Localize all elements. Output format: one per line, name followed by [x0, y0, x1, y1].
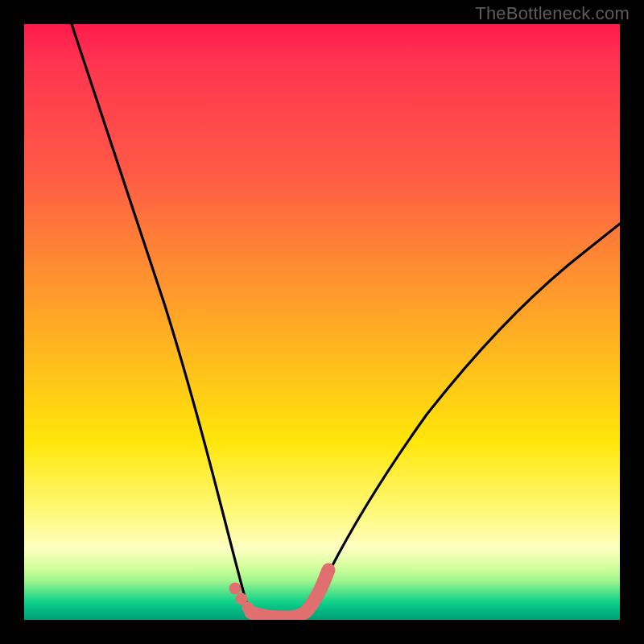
- plot-area: [24, 24, 620, 620]
- flat-bottom-highlight: [251, 570, 328, 617]
- watermark-text: TheBottleneck.com: [475, 3, 630, 24]
- chart-svg: [24, 24, 620, 620]
- highlight-dot: [229, 583, 242, 595]
- right-curve: [303, 224, 620, 617]
- chart-frame: TheBottleneck.com: [0, 0, 644, 644]
- left-curve: [72, 24, 254, 617]
